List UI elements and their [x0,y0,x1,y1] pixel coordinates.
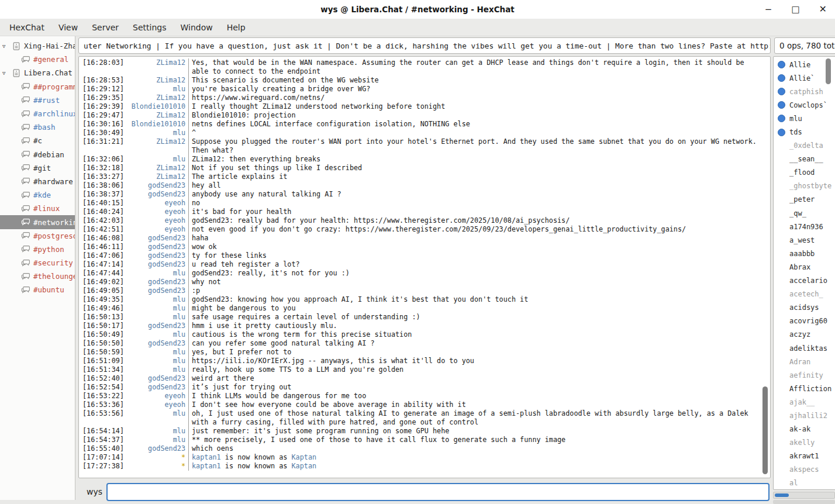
sidebar-item-linux[interactable]: #linux [0,202,75,215]
message-nick: mlu [173,436,185,444]
chat-message-row: [16:53:56]mluoh, I just used one of thos… [80,409,761,427]
userlist-item-ajak[interactable]: ajak__ [774,395,835,409]
userlist-count: 0 ops, 780 total [779,41,835,50]
sidebar-item-c[interactable]: #c [0,134,75,147]
menu-view[interactable]: View [51,20,85,35]
topic-bar[interactable]: uter Networking | If you have a question… [78,37,771,54]
message-input[interactable] [112,485,767,499]
user-nick: _ghostbyte [789,182,831,190]
userlist-item-aaabbb[interactable]: aaabbb [774,247,835,260]
tree-server-xing-hai-zhan[interactable]: ▽Xing-Hai-Zhan [0,39,75,53]
menu-server[interactable]: Server [85,20,126,35]
topic-text: uter Networking | If you have a question… [84,42,771,50]
userlist-item-a174n936[interactable]: a174n936 [774,220,835,233]
sidebar-item-archlinux[interactable]: #archlinux [0,107,75,120]
voice-icon [778,61,785,68]
chat-message-row: [16:29:12]mluyou're basically creating a… [80,85,761,94]
userlist-item-ghostbyte[interactable]: _ghostbyte [774,179,835,193]
sidebar-item-bash[interactable]: #bash [0,120,75,134]
userlist-item-acovrig60[interactable]: acovrig60 [774,315,835,328]
message-timestamp: [17:07:14] [82,453,124,462]
userlist-item-tds[interactable]: tds [774,125,835,139]
message-nick: eyeoh [164,199,185,208]
userlist-horizontal-scrollbar[interactable] [773,492,835,499]
userlist-vertical-scrollbar[interactable] [826,58,831,84]
userlist-item-aefinity[interactable]: aefinity [774,368,835,382]
menu-help[interactable]: Help [220,20,253,35]
userlist-item-0xdelta[interactable]: _0xdelta [774,139,835,153]
userlist-item-aczyz[interactable]: aczyz [774,328,835,341]
userlist-item-qw[interactable]: _qw_ [774,206,835,220]
server-tree: ▽Xing-Hai-Zhan#general▽Libera.Chat##prog… [0,36,75,500]
chat-message-row: [16:28:53]ZLima12This scenario is docume… [80,76,761,85]
message-nick: mlu [173,155,185,164]
userlist-item-a-west[interactable]: a_west [774,233,835,247]
channel-icon [21,109,30,119]
chat-vertical-scrollbar[interactable] [762,386,768,474]
chat-message-row: [16:47:14]godSend23u read teh register a… [80,260,761,269]
sidebar-item-security[interactable]: #security [0,256,75,270]
sidebar-item-postgresql[interactable]: #postgresql [0,229,75,243]
chat-message-row: [16:49:02]godSend23why not [80,278,761,286]
voice-icon [778,115,785,122]
titlebar[interactable]: wys @ Libera.Chat / #networking - HexCha… [0,0,835,19]
sidebar-item-kde[interactable]: #kde [0,188,75,202]
message-nick: eyeoh [164,208,185,216]
userlist-item-abrax[interactable]: Abrax [774,260,835,274]
userlist-item-acidsys[interactable]: acidsys [774,301,835,315]
sidebar-item-rust[interactable]: ##rust [0,94,75,107]
sidebar-item-hardware[interactable]: #hardware [0,175,75,188]
sidebar-item-ubuntu[interactable]: #ubuntu [0,283,75,296]
menu-hexchat[interactable]: HexChat [2,20,51,35]
tree-server-libera-chat[interactable]: ▽Libera.Chat [0,66,75,80]
message-text: Suppose you plugged the router's WAN por… [189,137,761,155]
sidebar-item-thelounge[interactable]: #thelounge [0,270,75,283]
userlist-item-akspecs[interactable]: akspecs [774,463,835,477]
menu-window[interactable]: Window [173,20,219,35]
userlist-item-adeliktas[interactable]: adeliktas [774,341,835,355]
message-meta: [16:33:27]ZLima12 [80,172,189,181]
userlist-item-al[interactable]: al [774,477,835,490]
expander-icon[interactable]: ▽ [2,70,11,76]
sidebar-item-debian[interactable]: #debian [0,148,75,161]
userlist-item-akrawt1[interactable]: akrawt1 [774,450,835,463]
channel-icon [21,231,30,240]
bottom-scroll-track[interactable] [773,500,835,504]
userlist-item-accelario[interactable]: accelario [774,274,835,288]
sidebar-item-programming[interactable]: ##programming [0,80,75,94]
channel-icon [21,177,30,186]
userlist-item-akelly[interactable]: akelly [774,436,835,450]
message-input-box[interactable] [106,483,770,501]
sidebar-item-python[interactable]: #python [0,243,75,256]
userlist-hscroll-thumb[interactable] [775,493,789,497]
menu-settings[interactable]: Settings [126,20,173,35]
chat-message-row: [16:52:40]godSend23weird art there [80,374,761,383]
message-timestamp: [16:52:54] [82,383,124,392]
message-timestamp: [16:54:37] [82,436,124,444]
message-meta: [16:31:21]ZLima12 [80,137,189,155]
message-meta: [16:32:18]ZLima12 [80,164,189,172]
userlist-item-catphish[interactable]: catphish [774,85,835,98]
maximize-icon[interactable]: □ [791,5,799,14]
userlist-item-sean[interactable]: __sean__ [774,153,835,166]
userlist-item-cowclops[interactable]: Cowclops` [774,98,835,112]
tree-label: #archlinux [33,109,75,118]
userlist-item-affliction[interactable]: Affliction [774,382,835,395]
message-meta: [16:38:37]godSend23 [80,190,189,199]
message-timestamp: [16:38:37] [82,190,124,199]
userlist-item-ak-ak[interactable]: ak-ak [774,423,835,436]
message-nick: godSend23 [148,339,185,348]
userlist-item-adran[interactable]: Adran [774,355,835,368]
userlist-item-peter[interactable]: _peter [774,193,835,206]
userlist-item-flood[interactable]: _flood [774,166,835,179]
sidebar-item-general[interactable]: #general [0,53,75,66]
expander-icon[interactable]: ▽ [2,43,11,49]
close-icon[interactable]: ✕ [819,5,827,14]
userlist-item-acetech[interactable]: acetech_ [774,288,835,301]
userlist-item-mlu[interactable]: mlu [774,112,835,125]
userlist-item-ajhalili2[interactable]: ajhalili2 [774,409,835,422]
sidebar-item-git[interactable]: #git [0,161,75,175]
message-timestamp: [16:42:51] [82,225,124,234]
sidebar-item-networking[interactable]: #networking [0,215,75,229]
minimize-icon[interactable]: − [765,5,772,14]
